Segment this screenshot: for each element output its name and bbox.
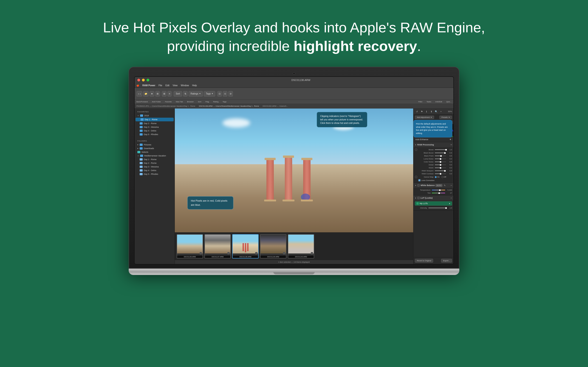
breadcrumb-path2: DSC01138.ARW — /Users/Shared/Mediterrane… <box>199 105 259 107</box>
label-lens-correction: Lens Correction <box>422 179 434 181</box>
slider-raw-contrast[interactable] <box>435 173 446 174</box>
menu-rawpower[interactable]: RAW Power <box>142 84 155 87</box>
traffic-light-yellow[interactable] <box>142 79 145 81</box>
minus-raw-icon[interactable]: − <box>450 143 452 146</box>
sidebar-item-day5-rhodes[interactable]: Day 5 - Rhodes <box>135 133 174 136</box>
checkbox-lens[interactable]: ✓ <box>418 179 421 181</box>
slider-black-point[interactable] <box>435 156 446 156</box>
panel-icon-flag[interactable]: ⚑ <box>420 109 424 114</box>
slider-tint[interactable] <box>432 193 445 193</box>
menu-apple[interactable]: 🍎 <box>137 84 139 87</box>
lut-header[interactable]: ▼ LUT (Looks) − <box>414 195 453 200</box>
value-intensity: 1.0 <box>447 207 452 209</box>
wb-header[interactable]: ▼ White Balance AUTO ✎ − <box>414 183 453 188</box>
menu-view[interactable]: View <box>173 84 178 87</box>
film-thumb-3[interactable]: DSC01138.ARW R <box>232 234 259 259</box>
menu-file[interactable]: File <box>158 84 162 87</box>
tasks-btn[interactable]: ⊙ <box>223 91 227 97</box>
sidebar-item-f-day5[interactable]: Day 5 - Rhodes <box>135 172 174 176</box>
folder-icon-day5 <box>140 133 143 135</box>
slider-detail[interactable] <box>435 165 446 165</box>
sidebar-item-f-day4[interactable]: Day 4 - Delos <box>135 169 174 172</box>
wb-checkbox[interactable] <box>417 184 420 186</box>
sidebar-item-pictures[interactable]: ▶ Pictures <box>135 143 174 147</box>
list-view-btn[interactable]: ≡ <box>167 91 172 97</box>
label-detail: Detail: <box>418 164 434 166</box>
value-moire: 0.0 <box>447 167 452 169</box>
gamut-radio-group: On Off <box>435 176 446 178</box>
menu-window[interactable]: Window <box>181 84 189 87</box>
adj-row-raw-contrast: RAW Contrast: 0.0 <box>415 172 452 175</box>
ratings-btn[interactable]: Ratings ▼ <box>189 91 203 97</box>
add-folder-icon-btn[interactable]: 📁 <box>143 91 149 97</box>
info-btn[interactable]: ⊘ <box>228 91 233 97</box>
sidebar-item-f-day3[interactable]: Day 3 - Messina <box>135 165 174 169</box>
svg-rect-12 <box>301 200 313 201</box>
slider-black-boost[interactable] <box>435 152 446 153</box>
info-icon-boost[interactable]: i <box>415 148 417 151</box>
panel-icon-zoom-in[interactable]: + <box>439 109 443 114</box>
new-tab-icon-btn[interactable]: ⊞ <box>155 91 160 97</box>
sidebar-label-f-day5: Day 5 - Rhodes <box>144 173 158 175</box>
back-forward-btn[interactable]: ‹ › <box>137 91 142 97</box>
sidebar-item-day3-messina[interactable]: Day 3 - Messina <box>135 125 174 129</box>
add-adjustment-btn[interactable]: Add Adjustment ▼ <box>415 116 434 119</box>
sort-arrow-btn[interactable]: ⇅ <box>183 91 188 97</box>
slider-temp[interactable] <box>432 190 445 190</box>
sidebar-item-selects[interactable]: Selects <box>135 150 174 154</box>
sidebar-item-day4-delos[interactable]: Day 4 - Delos <box>135 129 174 133</box>
sidebar-item-f-day2[interactable]: Day 2 - Rome <box>135 161 174 165</box>
slider-color-noise[interactable] <box>435 161 446 162</box>
sidebar-label-day4: Day 4 - Delos <box>144 130 156 132</box>
sidebar-item-2018[interactable]: ▼ 2018 <box>135 114 174 117</box>
panel-icon-zoom-out[interactable]: 🔍 <box>434 109 438 114</box>
chevron-raw: ▼ <box>415 144 416 146</box>
grid-view-btn[interactable]: ⊞ <box>162 91 166 97</box>
traffic-light-green[interactable] <box>147 79 149 81</box>
info-icon-gamut[interactable]: i <box>415 176 417 178</box>
film-thumb-5[interactable]: DSC01140.ARW R <box>288 234 314 259</box>
gamut-on-radio[interactable]: On <box>435 176 440 178</box>
wb-edit-icon[interactable]: ✎ <box>444 184 446 187</box>
folder-icon-day4 <box>140 130 143 132</box>
panel-icon-info[interactable]: ℹ <box>424 109 429 114</box>
presets-btn[interactable]: Presets ▼ <box>439 116 452 119</box>
export-btn[interactable]: Export... <box>441 259 452 263</box>
sort-btn[interactable]: Sort <box>174 91 182 97</box>
sidebar-item-med-vacation[interactable]: ▼ Mediterranean Vacation <box>135 154 174 158</box>
menu-help[interactable]: Help <box>192 84 197 87</box>
lut-content: My LUTs ▼ Intensity: 1.0 <box>414 200 453 210</box>
slider-raw-sharpen[interactable] <box>435 170 446 171</box>
value-boost: 1.0 <box>447 149 452 151</box>
film-thumb-1[interactable]: DSC01136.ARW R <box>177 234 203 259</box>
menu-edit[interactable]: Edit <box>165 84 169 87</box>
lut-checkbox[interactable] <box>417 197 420 199</box>
film-thumb-2[interactable]: DSC01137.ARW R <box>204 234 231 259</box>
raw-processing-header[interactable]: ▼ RAW Processing − <box>414 142 453 147</box>
film-thumb-4[interactable]: DSC01139.ARW R <box>260 234 286 259</box>
wb-auto-badge[interactable]: AUTO <box>435 184 442 187</box>
toolbar: ‹ › 📁 ★ ⊞ ⊞ ≡ Sort ⇅ Ratings ▼ Tags ▼ ⊡ <box>135 88 453 100</box>
tags-btn[interactable]: Tags ▼ <box>204 91 215 97</box>
label-add-folder: Add Folder <box>152 101 161 103</box>
slider-luma-noise[interactable] <box>435 158 446 159</box>
slider-intensity[interactable] <box>428 208 446 208</box>
slider-boost[interactable] <box>435 149 446 150</box>
favorite-icon-btn[interactable]: ★ <box>149 91 154 97</box>
panel-icon-share[interactable]: ⬆ <box>429 109 433 114</box>
sidebar-item-day1-rome[interactable]: Day 1 - Rome <box>136 118 174 121</box>
minus-lut-icon[interactable]: − <box>450 196 452 200</box>
sidebar-item-day2-rome[interactable]: Day 2 - Rome <box>135 122 174 125</box>
panel-icon-rotate[interactable]: ↺ <box>415 109 419 114</box>
gamut-off-radio[interactable]: Off <box>441 176 446 178</box>
revert-btn[interactable]: Revert to Original <box>415 259 433 263</box>
sidebar-item-f-day1[interactable]: Day 1 - Rome <box>135 158 174 161</box>
traffic-light-red[interactable] <box>137 79 140 81</box>
minus-wb-icon[interactable]: − <box>450 184 452 187</box>
magic-wand-icon[interactable]: ✦ <box>449 138 451 141</box>
clipping-callout: Clipping indicators (next to "Histogram"… <box>317 112 367 127</box>
slider-moire[interactable] <box>435 167 446 168</box>
lut-dropdown[interactable]: My LUTs ▼ <box>415 201 452 206</box>
sidebar-item-downloads[interactable]: ▶ Downloads <box>135 147 174 150</box>
filter-btn[interactable]: ⊡ <box>217 91 222 97</box>
